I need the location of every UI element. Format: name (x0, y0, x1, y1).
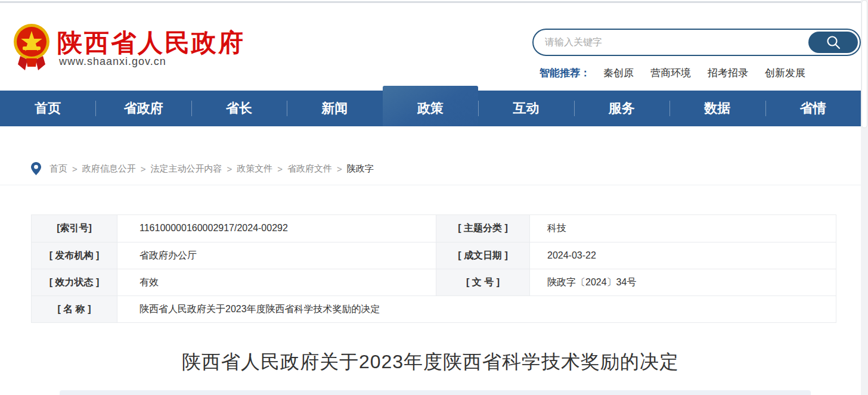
recommend-link-qinchuangyuan[interactable]: 秦创原 (603, 66, 634, 80)
meta-label-document-name: [ 名 称 ] (32, 296, 117, 322)
meta-value-topic-category: 科技 (530, 215, 836, 242)
table-row: [ 发布机构 ] 省政府办公厅 [ 成文日期 ] 2024-03-22 (32, 242, 836, 269)
breadcrumb: 首页 > 政府信息公开 > 法定主动公开内容 > 政策文件 > 省政府文件 > … (31, 162, 374, 175)
site-title: 陕西省人民政府 (57, 26, 245, 60)
nav-item-home[interactable]: 首页 (0, 91, 95, 126)
meta-label-issuing-agency: [ 发布机构 ] (32, 242, 117, 269)
meta-label-validity-status: [ 效力状态 ] (32, 269, 117, 296)
meta-value-issue-date: 2024-03-22 (530, 242, 836, 269)
meta-label-document-number: [ 文 号 ] (436, 269, 530, 296)
nav-item-services[interactable]: 服务 (574, 91, 669, 126)
breadcrumb-divider (0, 185, 861, 185)
nav-item-data[interactable]: 数据 (669, 91, 765, 126)
main-navigation: 首页 省政府 省长 新闻 政策 互动 服务 数据 省情 (0, 91, 861, 126)
nav-item-province-profile[interactable]: 省情 (765, 91, 861, 126)
nav-item-policy-active[interactable]: 政策 (383, 86, 478, 126)
breadcrumb-home[interactable]: 首页 (49, 163, 67, 175)
recommend-link-innovation[interactable]: 创新发展 (765, 66, 805, 80)
search-button[interactable] (808, 32, 858, 53)
magnifier-icon (826, 35, 841, 50)
table-row: [ 效力状态 ] 有效 [ 文 号 ] 陕政字〔2024〕34号 (32, 269, 836, 296)
breadcrumb-provincial-gov-documents[interactable]: 省政府文件 (287, 163, 332, 175)
breadcrumb-gov-info-disclosure[interactable]: 政府信息公开 (82, 163, 136, 175)
search-box (532, 29, 861, 56)
nav-item-interaction[interactable]: 互动 (478, 91, 574, 126)
meta-label-issue-date: [ 成文日期 ] (436, 242, 530, 269)
recommend-link-business-env[interactable]: 营商环境 (650, 66, 691, 80)
breadcrumb-separator: > (72, 164, 78, 174)
nav-item-provincial-government[interactable]: 省政府 (95, 91, 191, 126)
recommend-link-recruitment[interactable]: 招考招录 (708, 66, 748, 80)
meta-value-document-name: 陕西省人民政府关于2023年度陕西省科学技术奖励的决定 (117, 296, 836, 322)
document-meta-table: [索引号] 116100000160002917/2024-00292 [ 主题… (31, 214, 836, 323)
location-pin-icon (31, 162, 41, 175)
national-emblem-logo[interactable] (13, 21, 50, 70)
next-section-top-edge (60, 390, 811, 395)
breadcrumb-separator: > (227, 164, 232, 174)
smart-recommend-bar: 智能推荐： 秦创原 营商环境 招考招录 创新发展 (540, 66, 822, 80)
page-top-border (0, 1, 868, 3)
breadcrumb-statutory-disclosure[interactable]: 法定主动公开内容 (151, 163, 222, 175)
meta-label-topic-category: [ 主题分类 ] (436, 215, 530, 242)
page-title: 陕西省人民政府关于2023年度陕西省科学技术奖励的决定 (0, 349, 861, 375)
breadcrumb-current-shanzhengzi: 陕政字 (347, 163, 374, 175)
table-row: [ 名 称 ] 陕西省人民政府关于2023年度陕西省科学技术奖励的决定 (32, 296, 836, 322)
nav-item-governor[interactable]: 省长 (191, 91, 287, 126)
meta-value-document-number: 陕政字〔2024〕34号 (530, 269, 836, 296)
smart-recommend-label: 智能推荐： (540, 66, 590, 80)
vertical-scrollbar-thumb[interactable] (861, 0, 867, 128)
meta-label-index-number: [索引号] (32, 215, 117, 242)
meta-value-index-number: 116100000160002917/2024-00292 (117, 215, 436, 242)
breadcrumb-separator: > (277, 164, 283, 174)
site-url: www.shaanxi.gov.cn (59, 55, 166, 68)
meta-value-validity-status: 有效 (117, 269, 436, 296)
breadcrumb-separator: > (337, 164, 342, 174)
meta-value-issuing-agency: 省政府办公厅 (117, 242, 436, 269)
table-row: [索引号] 116100000160002917/2024-00292 [ 主题… (32, 215, 836, 242)
national-emblem-icon (13, 21, 50, 70)
breadcrumb-policy-documents[interactable]: 政策文件 (237, 163, 272, 175)
nav-item-news[interactable]: 新闻 (287, 91, 382, 126)
breadcrumb-separator: > (141, 164, 146, 174)
vertical-scrollbar-track[interactable] (861, 0, 868, 395)
